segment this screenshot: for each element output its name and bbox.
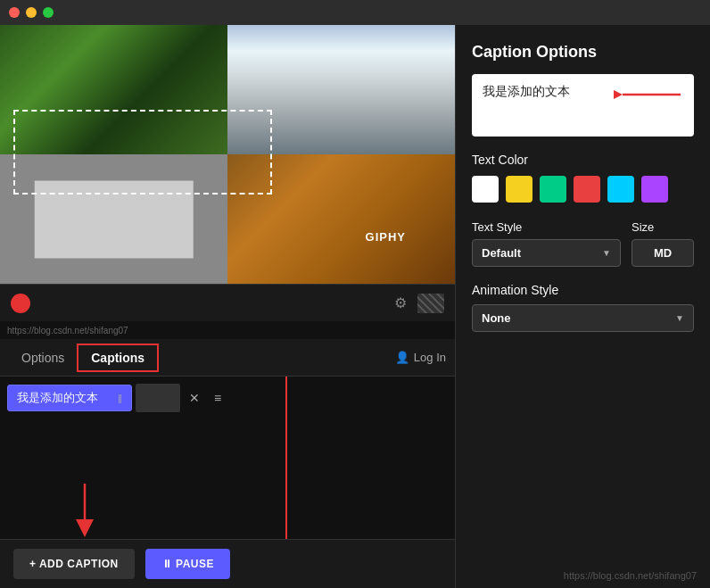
tab-captions[interactable]: Captions	[77, 344, 159, 372]
panel-title: Caption Options	[472, 43, 694, 62]
maximize-button[interactable]	[43, 7, 54, 18]
selection-box	[13, 110, 272, 195]
color-swatch-purple[interactable]	[641, 176, 668, 203]
caption-handle: ‖	[118, 393, 122, 403]
timeline-area: 我是添加的文本 ‖ ✕ ≡	[0, 377, 455, 539]
right-panel: Caption Options 我是添加的文本 Text Color	[455, 25, 710, 588]
controls-bar: ⚙	[0, 284, 455, 321]
size-box[interactable]: MD	[632, 239, 694, 267]
record-button[interactable]	[11, 294, 30, 313]
color-swatches	[472, 176, 694, 203]
url-text: https://blog.csdn.net/shifang07	[7, 326, 128, 335]
minimize-button[interactable]	[26, 7, 37, 18]
caption-delete-button[interactable]: ✕	[184, 387, 205, 409]
add-caption-button[interactable]: + ADD CAPTION	[13, 549, 135, 579]
settings-icon[interactable]: ⚙	[394, 294, 407, 311]
video-preview: GIPHY	[0, 25, 455, 284]
hatch-pattern	[417, 294, 444, 313]
size-column: Size MD	[632, 220, 694, 267]
preview-arrow-annotation	[614, 81, 685, 117]
caption-text: 我是添加的文本	[17, 390, 98, 406]
giphy-watermark: GIPHY	[366, 230, 406, 244]
style-dropdown-arrow: ▼	[602, 248, 611, 258]
text-style-label: Text Style	[472, 220, 621, 234]
titlebar	[0, 0, 710, 25]
tab-options[interactable]: Options	[9, 345, 77, 370]
color-swatch-red[interactable]	[574, 176, 600, 203]
text-color-label: Text Color	[472, 153, 694, 167]
pause-button[interactable]: ⏸ PAUSE	[145, 549, 230, 579]
text-preview-box: 我是添加的文本	[472, 74, 694, 137]
preview-text: 我是添加的文本	[483, 84, 570, 98]
user-icon: 👤	[395, 351, 409, 364]
credit-text: https://blog.csdn.net/shifang07	[564, 570, 697, 581]
caption-menu-button[interactable]: ≡	[209, 387, 227, 409]
login-label: Log In	[414, 351, 446, 364]
style-size-row: Text Style Default ▼ Size MD	[472, 220, 694, 267]
color-swatch-green[interactable]	[540, 176, 566, 203]
main-content: GIPHY ⚙ https://blog.csdn.net/shifang07 …	[0, 25, 710, 588]
text-style-value: Default	[482, 246, 521, 260]
animation-style-dropdown[interactable]: None ▼	[472, 304, 694, 332]
caption-row: 我是添加的文本 ‖ ✕ ≡	[0, 377, 455, 419]
color-swatch-yellow[interactable]	[506, 176, 532, 203]
text-style-dropdown[interactable]: Default ▼	[472, 239, 621, 267]
close-button[interactable]	[9, 7, 20, 18]
url-bar: https://blog.csdn.net/shifang07	[0, 321, 455, 339]
color-swatch-cyan[interactable]	[607, 176, 634, 203]
animation-style-label: Animation Style	[472, 283, 694, 297]
color-swatch-white[interactable]	[472, 176, 499, 203]
tabs-bar: Options Captions 👤 Log In	[0, 339, 455, 377]
action-bar: + ADD CAPTION ⏸ PAUSE	[0, 539, 455, 588]
size-label: Size	[632, 220, 694, 234]
left-panel: GIPHY ⚙ https://blog.csdn.net/shifang07 …	[0, 25, 455, 588]
timeline-playhead	[285, 377, 287, 539]
style-column: Text Style Default ▼	[472, 220, 621, 267]
animation-dropdown-arrow: ▼	[675, 313, 684, 323]
animation-value: None	[482, 311, 511, 325]
caption-block[interactable]: 我是添加的文本 ‖	[7, 385, 132, 411]
caption-gap	[136, 384, 180, 412]
login-button[interactable]: 👤 Log In	[395, 351, 446, 364]
